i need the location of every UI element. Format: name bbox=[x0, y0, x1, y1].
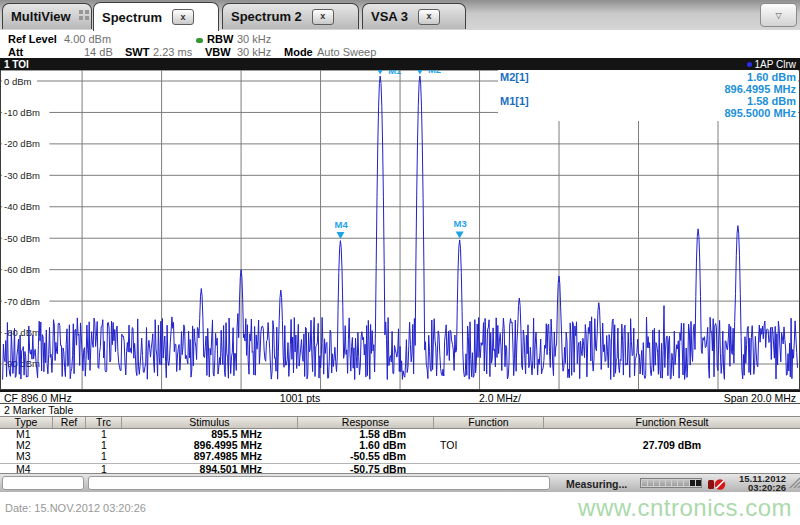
y-axis-label: -70 dBm bbox=[4, 296, 40, 307]
marker-readout-m1-freq: 895.5000 MHz bbox=[724, 107, 796, 119]
dropdown-arrow-icon: ▽ bbox=[775, 11, 781, 20]
status-datetime: 15.11.2012 03:20:26 bbox=[739, 475, 786, 492]
per-division-label[interactable]: 2.0 MHz/ bbox=[479, 392, 521, 404]
ref-level-value[interactable]: 4.00 dBm bbox=[64, 33, 111, 45]
tab-spectrum2-label: Spectrum 2 bbox=[231, 9, 302, 24]
watermark: www.cntronics.com bbox=[578, 494, 792, 522]
rbw-led-icon bbox=[196, 38, 203, 43]
status-field-left[interactable] bbox=[2, 476, 84, 490]
cell-type: M3 bbox=[16, 451, 46, 462]
cell-response: -50.55 dBm bbox=[298, 451, 406, 462]
trace-led-icon bbox=[747, 62, 752, 67]
vbw-value[interactable]: 30 kHz bbox=[237, 46, 271, 58]
tab-vsa3[interactable]: VSA 3 x bbox=[362, 3, 466, 29]
col-header-stimulus: Stimulus bbox=[122, 417, 298, 428]
tab-spectrum2-close-button[interactable]: x bbox=[312, 9, 334, 25]
mode-label: Mode bbox=[284, 46, 313, 58]
tab-vsa3-label: VSA 3 bbox=[371, 9, 408, 24]
marker-table-window: 2 Marker Table Type Ref Trc Stimulus Res… bbox=[0, 404, 800, 473]
mode-value[interactable]: Auto Sweep bbox=[317, 46, 376, 58]
trace-info-label: 1AP Clrw bbox=[755, 59, 797, 70]
vbw-label: VBW bbox=[205, 46, 231, 58]
rbw-value[interactable]: 30 kHz bbox=[237, 33, 271, 45]
diagram-title: 1 TOI bbox=[4, 59, 29, 70]
marker-label-m1: M1 bbox=[388, 70, 402, 76]
marker-readout-m2-level: 1.60 dBm bbox=[747, 71, 796, 83]
cell-stimulus: 897.4985 MHz bbox=[122, 451, 262, 462]
tab-bar: MultiView Spectrum x Spectrum 2 x VSA 3 … bbox=[0, 0, 800, 31]
marker-readout-m2-freq: 896.4995 MHz bbox=[724, 83, 796, 95]
cell-trc: 1 bbox=[86, 451, 122, 462]
cell-function-result: 27.709 dBm bbox=[544, 440, 800, 451]
marker-table-row-m3[interactable]: M3 1 897.4985 MHz -50.55 dBm bbox=[0, 451, 800, 462]
sweep-points-label[interactable]: 1001 pts bbox=[280, 392, 320, 404]
att-value[interactable]: 14 dB bbox=[84, 46, 113, 58]
measuring-status: Measuring... bbox=[566, 478, 627, 490]
marker-symbol-m1[interactable] bbox=[376, 70, 384, 75]
col-header-response: Response bbox=[298, 417, 434, 428]
tab-spectrum[interactable]: Spectrum x bbox=[93, 2, 219, 31]
marker-label-m4: M4 bbox=[334, 219, 348, 230]
multiview-grid-icon bbox=[79, 9, 90, 24]
col-header-function-result: Function Result bbox=[544, 417, 800, 428]
swt-label: SWT bbox=[125, 46, 149, 58]
rbw-label: RBW bbox=[207, 33, 233, 45]
marker-readout-m1-name[interactable]: M1[1] bbox=[500, 95, 529, 107]
analyzer-window: MultiView Spectrum x Spectrum 2 x VSA 3 … bbox=[0, 0, 800, 525]
tab-dropdown-button[interactable]: ▽ bbox=[760, 3, 797, 27]
tab-vsa3-close-button[interactable]: x bbox=[418, 9, 440, 25]
y-axis-label: -10 dBm bbox=[4, 107, 40, 118]
marker-table-title: 2 Marker Table bbox=[0, 404, 800, 416]
col-header-type: Type bbox=[0, 417, 53, 428]
trace-info: 1AP Clrw bbox=[747, 59, 797, 70]
tab-multiview[interactable]: MultiView bbox=[2, 3, 92, 29]
att-label: Att bbox=[8, 46, 23, 58]
spectrum-plot: 0 dBm-10 dBm-20 dBm-30 dBm-40 dBm-50 dBm… bbox=[0, 70, 800, 390]
swt-value[interactable]: 2.23 ms bbox=[153, 46, 192, 58]
col-header-ref: Ref bbox=[53, 417, 86, 428]
y-axis-label: -50 dBm bbox=[4, 233, 40, 244]
ref-level-label: Ref Level bbox=[8, 33, 57, 45]
sweep-progress-bar bbox=[640, 478, 702, 488]
y-axis-label: -30 dBm bbox=[4, 170, 40, 181]
sweep-parameter-header: Ref Level 4.00 dBm RBW 30 kHz Att 14 dB … bbox=[0, 30, 800, 58]
page-footer: Date: 15.NOV.2012 03:20:26 www.cntronics… bbox=[0, 492, 800, 525]
status-bar: Measuring... 15.11.2012 03:20:26 bbox=[0, 473, 800, 492]
y-axis-label: -40 dBm bbox=[4, 201, 40, 212]
y-axis-label: -80 dBm bbox=[4, 327, 40, 338]
marker-label-m2: M2 bbox=[428, 70, 441, 75]
tab-spectrum-label: Spectrum bbox=[102, 10, 162, 25]
span-label[interactable]: Span 20.0 MHz bbox=[724, 392, 796, 404]
y-axis-label: -60 dBm bbox=[4, 264, 40, 275]
tab-spectrum2[interactable]: Spectrum 2 x bbox=[222, 3, 359, 29]
marker-symbol-m2[interactable] bbox=[416, 70, 424, 74]
col-header-trc: Trc bbox=[86, 417, 122, 428]
tab-multiview-label: MultiView bbox=[11, 9, 71, 24]
col-header-function: Function bbox=[434, 417, 544, 428]
marker-readout-m1-level: 1.58 dBm bbox=[747, 95, 796, 107]
marker-label-m3: M3 bbox=[454, 218, 467, 229]
resize-grip[interactable] bbox=[786, 474, 800, 492]
screenshot-date: Date: 15.NOV.2012 03:20:26 bbox=[5, 502, 146, 514]
y-axis-label: 0 dBm bbox=[4, 76, 32, 87]
marker-readout-m2-name[interactable]: M2[1] bbox=[500, 71, 529, 83]
y-axis-label: -20 dBm bbox=[4, 138, 40, 149]
marker-readout-panel: M2[1] 1.60 dBm 896.4995 MHz M1[1] 1.58 d… bbox=[498, 70, 798, 121]
axis-footer: CF 896.0 MHz 1001 pts 2.0 MHz/ Span 20.0… bbox=[0, 390, 800, 404]
diagram-title-bar: 1 TOI 1AP Clrw bbox=[0, 58, 800, 70]
center-frequency-label[interactable]: CF 896.0 MHz bbox=[4, 392, 72, 404]
cell-function: TOI bbox=[440, 440, 540, 451]
tab-spectrum-close-button[interactable]: x bbox=[172, 9, 194, 25]
status-field-message[interactable] bbox=[88, 476, 550, 490]
marker-symbol-m3[interactable] bbox=[456, 231, 464, 238]
